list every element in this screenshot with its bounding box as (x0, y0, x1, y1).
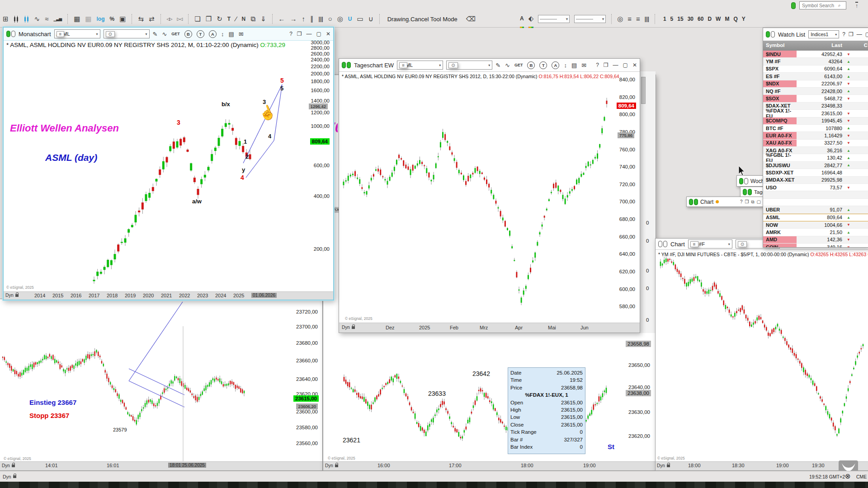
t-tool-icon[interactable]: T (197, 30, 204, 38)
float-button[interactable]: ❐ (297, 31, 302, 37)
help-button[interactable]: ? (842, 31, 845, 38)
shrink-bars-icon[interactable]: ⇄ (149, 11, 155, 27)
expand-bars-icon[interactable]: ⇆ (138, 11, 144, 27)
watchlist-row-$SOX[interactable]: $SOX5468,72▼ (763, 95, 868, 102)
help-button[interactable]: ? (596, 62, 599, 68)
float-button[interactable]: ❐ (849, 31, 854, 38)
timeframe-1[interactable]: 1 (663, 16, 666, 22)
watchlist-row-AMRK[interactable]: AMRK21,50▲ (763, 229, 868, 236)
window-layout-icon[interactable]: ❐ (206, 11, 212, 27)
transfer-icon[interactable]: ↕ (564, 62, 567, 69)
rectangle-tool-icon[interactable]: ▭ (357, 11, 363, 27)
percent-icon[interactable]: % (110, 11, 115, 27)
line-style-dropdown[interactable]: ▾ (538, 15, 570, 23)
minimize-button[interactable]: — (307, 31, 312, 37)
studies-icon[interactable]: ∿ (162, 31, 167, 38)
fill-color-icon[interactable]: ⬖ (528, 10, 534, 28)
float-button[interactable]: ❐ (604, 62, 609, 68)
comment-icon[interactable]: ✉ (239, 31, 244, 38)
watchlist-row-USO[interactable]: USO73,57▼ (763, 184, 868, 191)
table-a-icon[interactable]: ▦ (74, 11, 80, 27)
ym-chart-window[interactable]: Chart YM #F▾≡ 1▾⊙ * YM #F, DJI MINI FUTU… (655, 238, 868, 471)
maximize-button[interactable]: ▢ (316, 31, 321, 37)
maximize-button[interactable]: ▢ (865, 31, 868, 38)
new-chart-icon[interactable]: ⊞ (3, 11, 9, 27)
help-button[interactable]: ? (289, 31, 292, 37)
log-scale-icon[interactable]: log (97, 11, 105, 27)
wave-icon[interactable]: ≈ (45, 11, 48, 27)
fdax-intraday-window[interactable]: 23720,0023700,0023680,0023660,0023640,00… (0, 299, 323, 471)
watchlist-row-EUR A0-FX[interactable]: EUR A0-FX1,16429▼ (763, 132, 868, 139)
watchlist-row-AMD[interactable]: AMD142,36▼ (763, 236, 868, 244)
window-titlebar[interactable]: Tageschart EW ASML▾≡ D▾⊙ ✎∿GETBTA↕▤✉ ?❐—… (339, 59, 640, 72)
watchlist-row-$INDU[interactable]: $INDU42952,43▼ (763, 51, 868, 58)
b-tool-icon[interactable]: B (527, 61, 535, 69)
arrow-left-icon[interactable]: ← (278, 11, 285, 27)
watchlist-row-$COMPQ[interactable]: $COMPQ19945,45▼ (763, 117, 868, 125)
candlestick-style-icon[interactable] (14, 11, 19, 27)
comment-icon[interactable]: ✉ (581, 62, 586, 69)
a-tool-icon[interactable]: A (552, 61, 559, 69)
close-button[interactable]: ✕ (632, 62, 637, 68)
polyline-icon[interactable]: N (242, 11, 246, 27)
timeframe-Y[interactable]: Y (742, 16, 745, 22)
watchlist-row-NQ #F[interactable]: NQ #F22428,00▲ (763, 88, 868, 95)
refresh-icon[interactable]: ↻ (217, 11, 222, 27)
page-forward-icon[interactable]: ▷◁ (177, 11, 182, 27)
close-button[interactable]: ✕ (326, 31, 330, 37)
watchlist-row-$NDX[interactable]: $NDX22206,97▼ (763, 80, 868, 88)
watchlist-row-COIN[interactable]: COIN349,16▼ (763, 244, 868, 248)
watchlist-row-ES #F[interactable]: ES #F6143,00▲ (763, 73, 868, 80)
magnet-tool-icon[interactable]: U (348, 11, 352, 27)
symbol-dropdown[interactable]: ASML▾≡ (54, 29, 100, 38)
timeframe-15[interactable]: 15 (677, 16, 683, 22)
timeframe-W[interactable]: W (716, 16, 721, 22)
window-titlebar[interactable]: Monatschart ASML▾≡ M▾⊙ ✎∿GETBTA↕▤✉ ?❐—▢✕ (4, 28, 333, 41)
search-input[interactable] (801, 2, 838, 9)
zigzag-icon[interactable]: ∿ (34, 11, 40, 27)
session-clock-icon[interactable]: ⊗ (845, 472, 851, 480)
ellipse-tool-icon[interactable]: ○ (328, 11, 332, 27)
candlestick-style-blue-icon[interactable] (24, 11, 29, 27)
font-color-icon[interactable]: A (520, 10, 524, 28)
notes-icon[interactable]: ▤ (571, 62, 577, 69)
watchlist-row-$SDXP-XET[interactable]: $SDXP-XET16964,48 (763, 169, 868, 176)
copy-button[interactable]: ⧉ (751, 199, 754, 205)
column-last[interactable]: Last (831, 42, 842, 48)
watchlist-row-UBER[interactable]: UBER91,07▲ (763, 206, 868, 213)
b-tool-icon[interactable]: B (184, 30, 192, 38)
text-tool-icon[interactable]: T (227, 11, 231, 27)
transfer-icon[interactable]: ↕ (221, 31, 224, 38)
symbol-dropdown[interactable]: YM #F▾≡ (688, 239, 732, 249)
watchlist-row-BTC #F[interactable]: BTC #F107880▲ (763, 125, 868, 132)
notes-icon[interactable]: ▤ (228, 31, 234, 38)
timeframe-30[interactable]: 30 (688, 16, 693, 22)
help-button[interactable]: ? (740, 199, 743, 204)
list-dropdown[interactable]: Indices1▾ (808, 30, 839, 38)
taskbar-sliver[interactable] (0, 482, 868, 488)
timeframe-5[interactable]: 5 (670, 16, 674, 22)
minimize-button[interactable]: — (613, 62, 618, 68)
timeframe-Q[interactable]: Q (733, 16, 737, 22)
symbol-search[interactable]: ⌕ (799, 1, 846, 9)
page-back-icon[interactable]: ◁▷ (167, 11, 172, 27)
minimize-button[interactable]: — (857, 31, 862, 38)
watchlist-row-ASML[interactable]: ASML809,64▲ (763, 214, 868, 221)
vertical-lines-icon[interactable]: ||| (319, 11, 323, 27)
maximize-button[interactable]: ▢ (623, 62, 628, 68)
download-icon[interactable]: ⇓ (260, 11, 266, 27)
get-data-icon[interactable]: GET (514, 63, 523, 67)
float-button[interactable]: ❐ (745, 199, 749, 204)
timeframe-M[interactable]: M (725, 16, 729, 22)
trendline-icon[interactable]: ∕ (236, 11, 237, 27)
interval-dropdown[interactable]: M▾⊙ (104, 29, 150, 38)
column-symbol[interactable]: Symbol (766, 42, 785, 48)
watchlist-header[interactable]: Symbol Last C (763, 41, 868, 51)
snapshot-icon[interactable]: ❏ (194, 11, 200, 27)
watchlist-row-$DJUSWU[interactable]: $DJUSWU2842,77▲ (763, 162, 868, 169)
maximize-button[interactable]: ▢ (757, 199, 761, 204)
arrow-up-icon[interactable]: ↑ (302, 11, 306, 27)
studies-icon[interactable]: ∿ (505, 62, 510, 69)
target-icon[interactable]: ◎ (617, 11, 623, 27)
columns-icon[interactable]: ||| (645, 11, 649, 27)
